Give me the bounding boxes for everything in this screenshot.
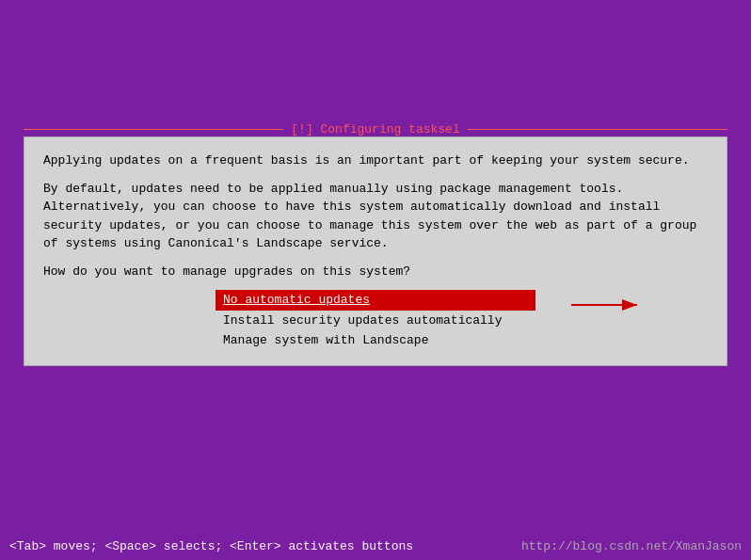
status-left: <Tab> moves; <Space> selects; <Enter> ac… bbox=[9, 539, 413, 553]
dialog-container: [!] Configuring tasksel Applying updates… bbox=[24, 122, 727, 508]
arrow-icon bbox=[567, 292, 651, 318]
option-no-automatic-updates[interactable]: No automatic updates bbox=[216, 290, 535, 311]
screen: [!] Configuring tasksel Applying updates… bbox=[0, 0, 751, 560]
title-line-right bbox=[468, 129, 727, 130]
option-manage-landscape[interactable]: Manage system with Landscape bbox=[216, 330, 535, 351]
status-right: http://blog.csdn.net/XmanJason bbox=[521, 539, 742, 553]
arrow-container bbox=[567, 292, 651, 325]
dialog-content: Applying updates on a frequent basis is … bbox=[43, 152, 708, 351]
question: How do you want to manage upgrades on th… bbox=[43, 263, 708, 281]
option-install-security[interactable]: Install security updates automatically bbox=[216, 311, 535, 331]
dialog-title: [!] Configuring tasksel bbox=[283, 122, 467, 136]
dialog-box: Applying updates on a frequent basis is … bbox=[24, 136, 727, 366]
title-line-left bbox=[24, 129, 283, 130]
paragraph2: By default, updates need to be applied m… bbox=[43, 180, 708, 253]
paragraph1: Applying updates on a frequent basis is … bbox=[43, 152, 708, 170]
options-section: No automatic updates Install security up… bbox=[43, 290, 708, 351]
dialog-title-bar: [!] Configuring tasksel bbox=[24, 122, 727, 136]
status-bar: <Tab> moves; <Space> selects; <Enter> ac… bbox=[0, 532, 751, 560]
